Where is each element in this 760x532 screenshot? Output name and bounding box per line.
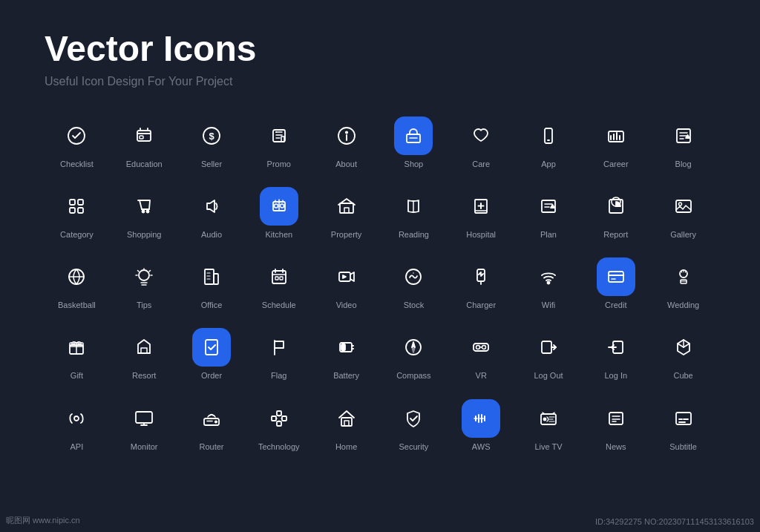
svg-rect-28 (70, 200, 75, 205)
svg-point-37 (274, 204, 278, 208)
icon-item-blog[interactable]: Blog (651, 111, 715, 175)
svg-rect-83 (609, 272, 623, 282)
icon-item-security[interactable]: Security (381, 393, 446, 458)
icon-label-wedding: Wedding (667, 301, 699, 310)
icon-label-subtitle: Subtitle (669, 442, 697, 452)
icon-item-router[interactable]: Router (180, 393, 244, 458)
id-mark: ID:34292275 NO:202307111453133616103 (595, 517, 754, 526)
icon-item-credit[interactable]: Credit (583, 252, 648, 316)
icon-item-api[interactable]: API (45, 393, 109, 458)
icon-item-promo[interactable]: Promo (246, 111, 311, 175)
icon-item-schedule[interactable]: Schedule (246, 252, 311, 316)
icon-item-gallery[interactable]: Gallery (651, 181, 715, 246)
svg-rect-65 (205, 269, 214, 284)
watermark: 昵图网 www.nipic.cn (6, 515, 80, 526)
icon-item-audio[interactable]: Audio (180, 181, 244, 246)
icon-label-shopping: Shopping (127, 230, 162, 240)
icon-label-blog: Blog (675, 160, 692, 169)
svg-point-14 (345, 131, 347, 133)
icon-label-wifi: Wifi (542, 301, 555, 310)
icon-label-monitor: Monitor (131, 442, 158, 452)
icon-label-charger: Charger (466, 301, 496, 310)
icon-item-subtitle[interactable]: Subtitle (651, 393, 715, 458)
icon-item-kitchen[interactable]: Kitchen (246, 181, 311, 246)
icon-label-security: Security (399, 442, 429, 452)
icon-item-shopping[interactable]: Shopping (112, 181, 177, 246)
icon-item-checklist[interactable]: Checklist (45, 111, 109, 175)
icon-label-battery: Battery (333, 371, 359, 381)
svg-rect-74 (275, 277, 278, 280)
icon-box-shopping (125, 187, 163, 226)
icon-label-flag: Flag (271, 371, 286, 381)
icon-item-about[interactable]: About (314, 111, 379, 175)
icon-item-career[interactable]: Career (583, 111, 648, 175)
svg-point-119 (215, 421, 217, 422)
icon-box-app (529, 116, 568, 155)
icon-box-tips (125, 257, 163, 296)
icon-box-router (192, 399, 231, 438)
icon-box-resort (125, 328, 163, 367)
svg-point-114 (74, 416, 79, 421)
icon-item-basketball[interactable]: Basketball (45, 252, 109, 316)
icon-item-news[interactable]: News (583, 393, 648, 458)
icon-box-cube (664, 328, 703, 367)
icon-item-order[interactable]: Order (180, 322, 244, 387)
icon-item-reading[interactable]: Reading (381, 181, 446, 246)
icon-label-office: Office (201, 301, 223, 310)
icon-box-promo (260, 116, 298, 155)
svg-point-82 (547, 282, 549, 284)
icon-item-seller[interactable]: $Seller (180, 111, 244, 175)
icon-item-compass[interactable]: Compass (381, 322, 446, 387)
icon-item-plan[interactable]: Plan (517, 181, 581, 246)
icon-item-stock[interactable]: Stock (381, 252, 446, 316)
icon-box-category (57, 187, 96, 226)
icon-box-charger (462, 257, 500, 296)
icon-item-wifi[interactable]: Wifi (517, 252, 581, 316)
icon-label-livetv: Live TV (534, 442, 562, 452)
icon-item-gift[interactable]: Gift (45, 322, 109, 387)
main-title: Vector Icons (45, 30, 715, 69)
icon-item-resort[interactable]: Resort (112, 322, 177, 387)
icon-item-office[interactable]: Office (180, 252, 244, 316)
icon-item-vr[interactable]: VR (449, 322, 514, 387)
icon-box-reading (394, 187, 433, 226)
icon-box-seller: $ (192, 116, 231, 155)
svg-point-38 (280, 204, 284, 208)
icon-item-app[interactable]: App (517, 111, 581, 175)
icon-item-wedding[interactable]: Wedding (651, 252, 715, 316)
icon-item-shop[interactable]: Shop (381, 111, 446, 175)
icon-item-care[interactable]: Care (449, 111, 514, 175)
svg-rect-129 (341, 418, 352, 426)
icon-item-aws[interactable]: AWS (449, 393, 514, 458)
icon-item-logout[interactable]: Log Out (517, 322, 581, 387)
icon-item-flag[interactable]: Flag (246, 322, 311, 387)
icon-label-reading: Reading (399, 230, 429, 240)
icon-item-battery[interactable]: Battery (314, 322, 379, 387)
icon-label-aws: AWS (472, 442, 491, 452)
icon-item-technology[interactable]: Technology (246, 393, 311, 458)
icon-label-video: Video (336, 301, 357, 310)
icon-box-plan (529, 187, 568, 226)
icon-item-tips[interactable]: Tips (112, 252, 177, 316)
icon-item-report[interactable]: Report (583, 181, 648, 246)
icon-box-wedding (664, 257, 703, 296)
svg-rect-115 (136, 412, 152, 423)
icon-item-video[interactable]: Video (314, 252, 379, 316)
icon-label-order: Order (201, 371, 222, 381)
icon-item-cube[interactable]: Cube (651, 322, 715, 387)
icon-item-hospital[interactable]: Hospital (449, 181, 514, 246)
icon-item-education[interactable]: Education (112, 111, 177, 175)
icon-box-vr (462, 328, 500, 367)
icon-item-category[interactable]: Category (45, 181, 109, 246)
svg-line-112 (678, 344, 684, 347)
icon-box-property (327, 187, 366, 226)
icon-item-property[interactable]: Property (314, 181, 379, 246)
svg-point-104 (476, 346, 480, 349)
icon-item-monitor[interactable]: Monitor (112, 393, 177, 458)
icon-item-charger[interactable]: Charger (449, 252, 514, 316)
icons-grid: ChecklistEducation$SellerPromoAboutShopC… (45, 111, 715, 458)
icon-item-home[interactable]: Home (314, 393, 379, 458)
icon-box-technology (260, 399, 298, 438)
icon-item-login[interactable]: Log In (583, 322, 648, 387)
icon-item-livetv[interactable]: Live TV (517, 393, 581, 458)
